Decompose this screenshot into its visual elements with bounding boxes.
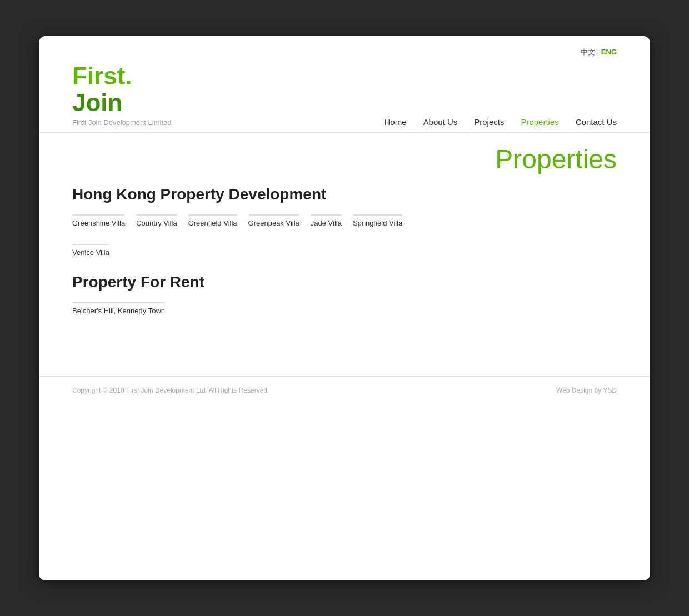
springfield-thumb: [353, 214, 402, 216]
property-greenshine[interactable]: Greenshine Villa: [72, 214, 125, 227]
greenfield-label: Greenfield Villa: [188, 219, 237, 227]
rent-section: Property For Rent Belcher's Hill, Kenned…: [72, 273, 617, 315]
property-country[interactable]: Country Villa: [136, 214, 177, 227]
property-belchers[interactable]: Belcher's Hill, Kennedy Town: [72, 302, 165, 315]
top-bar: 中文 | ENG: [72, 47, 617, 57]
greenshine-label: Greenshine Villa: [72, 219, 125, 227]
page-heading: Properties: [39, 133, 650, 180]
venice-thumb: [72, 244, 109, 245]
greenfield-thumb: [188, 214, 237, 216]
browser-window: 中文 | ENG First. Join First Join Developm…: [39, 36, 650, 580]
english-lang[interactable]: ENG: [601, 48, 617, 56]
nav-projects[interactable]: Projects: [474, 117, 504, 127]
footer-credit: Web Design by YSD: [556, 387, 617, 394]
logo-first: First: [72, 62, 125, 89]
springfield-label: Springfield Villa: [353, 219, 402, 227]
rent-section-title: Property For Rent: [72, 273, 617, 291]
logo: First. Join First Join Development Limit…: [72, 63, 171, 127]
nav-home[interactable]: Home: [385, 117, 407, 127]
logo-nav: First. Join First Join Development Limit…: [72, 63, 617, 133]
footer: Copyright © 2010 First Join Development …: [39, 376, 650, 404]
jade-thumb: [311, 214, 342, 216]
country-label: Country Villa: [136, 219, 177, 227]
hk-property-grid-row2: Venice Villa: [72, 244, 617, 257]
chinese-lang[interactable]: 中文: [581, 48, 595, 56]
greenshine-thumb: [72, 214, 125, 216]
nav-contact-us[interactable]: Contact Us: [576, 117, 617, 127]
jade-label: Jade Villa: [311, 219, 342, 227]
property-greenfield[interactable]: Greenfield Villa: [188, 214, 237, 227]
main-content: Hong Kong Property Development Greenshin…: [39, 180, 650, 354]
property-jade[interactable]: Jade Villa: [311, 214, 342, 227]
country-thumb: [136, 214, 177, 216]
logo-dot: .: [125, 62, 132, 89]
property-venice[interactable]: Venice Villa: [72, 244, 109, 257]
logo-join: Join: [72, 89, 122, 116]
venice-label: Venice Villa: [72, 248, 109, 257]
header: 中文 | ENG First. Join First Join Developm…: [39, 36, 650, 133]
page-title: Properties: [72, 144, 617, 174]
logo-subtitle: First Join Development Limited: [72, 118, 171, 127]
hk-section: Hong Kong Property Development Greenshin…: [72, 186, 617, 257]
footer-copyright: Copyright © 2010 First Join Development …: [72, 387, 269, 394]
greenpeak-thumb: [248, 214, 299, 216]
greenpeak-label: Greenpeak Villa: [248, 219, 299, 227]
belchers-thumb: [72, 302, 165, 303]
nav-about-us[interactable]: About Us: [423, 117, 458, 127]
property-springfield[interactable]: Springfield Villa: [353, 214, 402, 227]
main-nav: Home About Us Projects Properties Contac…: [385, 117, 617, 127]
belchers-label: Belcher's Hill, Kennedy Town: [72, 307, 165, 315]
property-greenpeak[interactable]: Greenpeak Villa: [248, 214, 299, 227]
hk-property-grid: Greenshine Villa Country Villa Greenfiel…: [72, 214, 617, 227]
lang-separator: |: [597, 48, 601, 56]
hk-section-title: Hong Kong Property Development: [72, 186, 617, 203]
logo-text: First. Join: [72, 63, 171, 117]
rent-property-grid: Belcher's Hill, Kennedy Town: [72, 302, 617, 315]
nav-properties[interactable]: Properties: [521, 117, 558, 127]
language-switcher: 中文 | ENG: [581, 47, 617, 57]
